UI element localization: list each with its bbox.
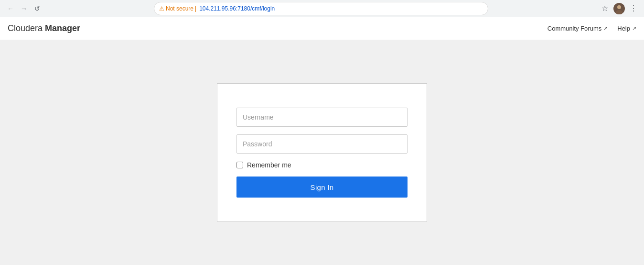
app-logo: Cloudera Manager	[8, 23, 80, 33]
remember-me-checkbox[interactable]	[236, 162, 243, 168]
help-link[interactable]: Help ↗	[617, 25, 636, 32]
back-button[interactable]: ←	[5, 3, 16, 14]
help-label: Help	[617, 25, 630, 32]
remember-me-row: Remember me	[236, 161, 408, 169]
browser-action-buttons: ☆ ⋮	[599, 3, 639, 14]
header-links: Community Forums ↗ Help ↗	[547, 25, 636, 32]
nav-buttons: ← → ↺	[5, 3, 43, 14]
sign-in-button[interactable]: Sign In	[236, 177, 408, 198]
password-input[interactable]	[236, 134, 408, 154]
menu-button[interactable]: ⋮	[628, 3, 639, 14]
url-display: 104.211.95.96:7180/cmf/login	[199, 5, 483, 12]
community-forums-external-icon: ↗	[603, 25, 608, 32]
logo-cloudera-text: Cloudera	[8, 23, 43, 33]
login-card: Remember me Sign In	[217, 83, 427, 222]
browser-chrome: ← → ↺ ⚠ Not secure | 104.211.95.96:7180/…	[0, 0, 644, 17]
help-external-icon: ↗	[632, 25, 636, 32]
community-forums-link[interactable]: Community Forums ↗	[547, 25, 608, 32]
forward-button[interactable]: →	[18, 3, 30, 14]
community-forums-label: Community Forums	[547, 25, 601, 32]
user-profile-avatar[interactable]	[613, 3, 625, 14]
remember-me-label[interactable]: Remember me	[247, 161, 291, 169]
security-warning-icon: ⚠ Not secure |	[159, 5, 196, 12]
bookmark-button[interactable]: ☆	[599, 3, 611, 14]
logo-manager-text: Manager	[45, 23, 80, 33]
main-content: Remember me Sign In	[0, 40, 644, 265]
address-bar[interactable]: ⚠ Not secure | 104.211.95.96:7180/cmf/lo…	[154, 2, 488, 15]
address-bar-wrapper: ⚠ Not secure | 104.211.95.96:7180/cmf/lo…	[47, 2, 595, 15]
reload-button[interactable]: ↺	[32, 3, 43, 14]
security-label: Not secure	[166, 5, 193, 12]
svg-point-1	[616, 10, 623, 14]
username-input[interactable]	[236, 108, 408, 127]
app-header: Cloudera Manager Community Forums ↗ Help…	[0, 17, 644, 40]
svg-point-0	[617, 5, 621, 9]
